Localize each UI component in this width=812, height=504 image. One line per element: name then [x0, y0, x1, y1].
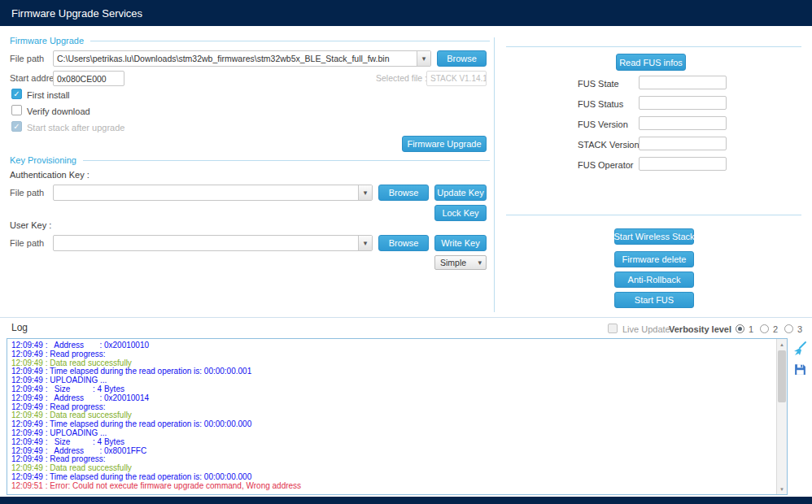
- user-file-path-value: [54, 236, 358, 250]
- log-title: Log: [11, 323, 28, 332]
- fus-operator-label: FUS Operator: [578, 160, 633, 170]
- chevron-down-icon[interactable]: [358, 236, 372, 250]
- log-scrollbar[interactable]: [776, 339, 787, 494]
- fus-version-label: FUS Version: [578, 119, 628, 129]
- first-install-checkbox[interactable]: [11, 89, 22, 99]
- start-address-input[interactable]: 0x080CE000: [53, 71, 124, 86]
- section-divider-line: [90, 41, 490, 41]
- log-line: 12:09:51 : Error: Could not execute firm…: [11, 482, 774, 491]
- log-line: 12:09:49 : Address : 0x8001FFC: [11, 447, 774, 456]
- browse-firmware-button[interactable]: Browse: [437, 50, 487, 67]
- live-update-checkbox[interactable]: [608, 324, 618, 333]
- auth-file-path-value: [54, 185, 358, 200]
- file-path-label: File path: [10, 54, 44, 63]
- verbosity-radio-2-label: 2: [773, 324, 778, 334]
- log-line: 12:09:49 : UPLOADING ...: [11, 376, 774, 385]
- chevron-down-icon[interactable]: [358, 185, 372, 200]
- authentication-key-title: Authentication Key :: [10, 170, 89, 180]
- verbosity-radio-3-label: 3: [797, 324, 802, 334]
- stack-version-label: STACK Version: [578, 140, 640, 150]
- log-line: 12:09:49 : Read progress:: [11, 350, 774, 359]
- firmware-upgrade-section-title: Firmware Upgrade: [10, 36, 84, 46]
- window-title: Firmware Upgrade Services: [11, 7, 142, 20]
- fus-operator-field: [639, 157, 727, 171]
- section-divider-line: [83, 160, 490, 161]
- live-update-label: Live Update: [622, 324, 670, 334]
- start-wireless-stack-button[interactable]: Start Wireless Stack: [614, 228, 694, 245]
- log-line: 12:09:49 : UPLOADING ...: [11, 429, 774, 438]
- verbosity-radio-3[interactable]: [784, 324, 793, 333]
- update-key-button[interactable]: Update Key: [434, 185, 487, 201]
- log-line: 12:09:49 : Time elapsed during the read …: [11, 420, 774, 429]
- key-type-selected-value: Simple: [435, 258, 478, 267]
- window-titlebar: Firmware Upgrade Services: [0, 0, 812, 26]
- fus-version-field: [639, 116, 727, 130]
- file-path-value: C:\Users\petrikas.lu\Downloads\stm32wb_f…: [54, 51, 417, 66]
- key-type-dropdown[interactable]: Simple: [434, 255, 487, 270]
- verify-download-checkbox[interactable]: [11, 105, 22, 115]
- first-install-label: First install: [27, 90, 70, 100]
- log-line: 12:09:49 : Size : 4 Bytes: [11, 438, 774, 447]
- start-stack-after-upgrade-label: Start stack after upgrade: [27, 123, 124, 133]
- user-key-title: User Key :: [10, 220, 51, 230]
- start-fus-button[interactable]: Start FUS: [614, 292, 694, 308]
- firmware-upgrade-services-window: Firmware Upgrade Services Firmware Upgra…: [0, 0, 812, 504]
- auth-file-path-label: File path: [10, 188, 44, 198]
- fus-status-field: [639, 96, 727, 110]
- auth-browse-button[interactable]: Browse: [378, 185, 429, 201]
- user-browse-button[interactable]: Browse: [378, 235, 429, 251]
- floppy-disk-icon: [793, 363, 807, 376]
- lock-key-button[interactable]: Lock Key: [434, 205, 487, 221]
- save-log-button[interactable]: [793, 363, 807, 376]
- log-lines-container: 12:09:49 : Address : 0x2001001012:09:49 …: [11, 341, 774, 493]
- user-file-path-combobox[interactable]: [53, 235, 373, 251]
- scroll-thumb[interactable]: [778, 350, 786, 402]
- fus-panel-middle-divider: [506, 215, 801, 215]
- log-section-top-divider: [0, 317, 812, 318]
- scroll-up-button[interactable]: [777, 339, 787, 350]
- verbosity-radio-1-label: 1: [749, 324, 753, 334]
- chevron-down-icon[interactable]: [417, 51, 430, 66]
- panel-vertical-divider: [494, 37, 495, 312]
- stack-version-field: [639, 137, 727, 150]
- log-output[interactable]: 12:09:49 : Address : 0x2001001012:09:49 …: [7, 338, 788, 495]
- key-provisioning-section-header: Key Provisioning: [10, 155, 490, 165]
- scroll-down-button[interactable]: [777, 484, 787, 494]
- verbosity-radio-2[interactable]: [760, 324, 769, 333]
- verify-download-label: Verify download: [27, 106, 90, 116]
- fus-status-label: FUS Status: [578, 99, 623, 109]
- firmware-upgrade-button[interactable]: Firmware Upgrade: [402, 136, 487, 152]
- write-key-button[interactable]: Write Key: [434, 235, 487, 251]
- user-file-path-label: File path: [10, 238, 44, 248]
- auth-file-path-combobox[interactable]: [53, 185, 373, 201]
- verbosity-radio-1[interactable]: [736, 324, 744, 333]
- log-line: 12:09:49 : Address : 0x20010014: [11, 394, 774, 403]
- footer-bar: [0, 497, 812, 504]
- fus-panel-top-divider: [506, 46, 801, 47]
- anti-rollback-button[interactable]: Anti-Rollback: [614, 272, 694, 288]
- broom-icon: [792, 341, 808, 357]
- start-stack-after-upgrade-checkbox: [11, 121, 22, 132]
- log-line: 12:09:49 : Time elapsed during the read …: [11, 367, 774, 376]
- selected-file-label: Selected file :: [376, 73, 427, 83]
- fus-state-label: FUS State: [578, 79, 619, 89]
- clear-log-button[interactable]: [792, 341, 808, 357]
- fus-state-field: [639, 76, 727, 89]
- key-provisioning-section-title: Key Provisioning: [10, 155, 76, 165]
- verbosity-level-label: Verbosity level: [669, 324, 731, 334]
- firmware-delete-button[interactable]: Firmware delete: [614, 251, 694, 267]
- read-fus-infos-button[interactable]: Read FUS infos: [616, 54, 686, 71]
- firmware-upgrade-section-header: Firmware Upgrade: [10, 36, 490, 46]
- log-line: 12:09:49 : Address : 0x20010010: [11, 341, 774, 350]
- file-path-combobox[interactable]: C:\Users\petrikas.lu\Downloads\stm32wb_f…: [53, 50, 431, 67]
- selected-file-value: STACK V1.14.1: [426, 71, 487, 86]
